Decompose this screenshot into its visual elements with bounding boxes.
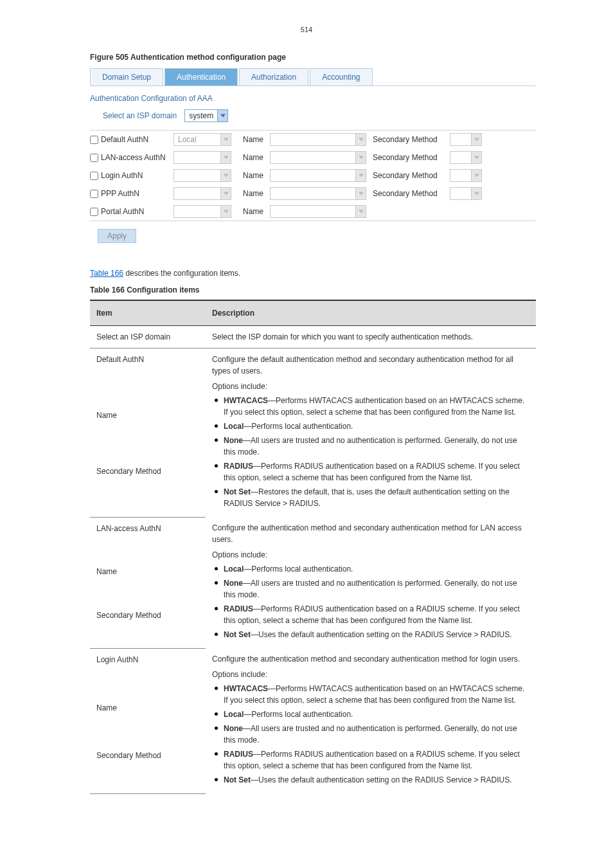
auth-row: Default AuthNLocalNameSecondary Method	[90, 131, 536, 149]
secondary-method-label: Secondary Method	[373, 153, 450, 162]
name-label: Name	[238, 171, 270, 180]
list-item: HWTACACS—Performs HWTACACS authenticatio…	[212, 395, 529, 418]
auth-checkbox-label: Portal AuthN	[101, 207, 144, 216]
table-item-cell: Name	[90, 561, 206, 604]
auth-secondary-select[interactable]	[450, 133, 482, 146]
auth-method-value: Local	[174, 135, 200, 144]
list-item: RADIUS—Performs RADIUS authentication ba…	[212, 603, 529, 626]
table-caption: Table 166 Configuration items	[90, 285, 523, 294]
name-label: Name	[238, 207, 270, 216]
auth-method-select[interactable]	[173, 151, 231, 164]
config-items-table: Item Description Select an ISP domainSel…	[90, 300, 536, 794]
auth-row: Login AuthNNameSecondary Method	[90, 167, 536, 185]
auth-method-select[interactable]	[173, 187, 231, 200]
auth-name-select[interactable]	[270, 169, 366, 182]
chevron-down-icon	[220, 206, 231, 217]
auth-row: Portal AuthNName	[90, 203, 536, 221]
list-item: HWTACACS—Performs HWTACACS authenticatio…	[212, 683, 529, 706]
auth-checkbox-label: Default AuthN	[101, 135, 148, 144]
auth-method-select[interactable]	[173, 169, 231, 182]
section-title: Authentication Configuration of AAA	[90, 94, 536, 103]
tabs-bar: Domain Setup Authentication Authorizatio…	[90, 68, 536, 86]
chevron-down-icon	[220, 134, 231, 145]
chevron-down-icon	[471, 134, 481, 145]
isp-domain-label: Select an ISP domain	[103, 111, 177, 120]
table-reference-link[interactable]: Table 166	[90, 269, 123, 278]
table-header-description: Description	[206, 300, 536, 326]
table-item-cell: Name	[90, 404, 206, 460]
table-item-cell: Secondary Method	[90, 745, 206, 793]
chevron-down-icon	[355, 152, 366, 163]
page-number: 514	[0, 0, 613, 46]
chevron-down-icon	[220, 152, 231, 163]
table-desc-cell: Configure the authentication method and …	[206, 648, 536, 793]
list-item: None—All users are trusted and no authen…	[212, 723, 529, 746]
auth-checkbox[interactable]	[90, 208, 98, 216]
auth-checkbox[interactable]	[90, 154, 98, 162]
list-item: Not Set—Restores the default, that is, u…	[212, 486, 529, 509]
table-item-cell: Default AuthN	[90, 348, 206, 405]
auth-row: LAN-access AuthNNameSecondary Method	[90, 149, 536, 167]
auth-config-table: Default AuthNLocalNameSecondary MethodLA…	[90, 130, 536, 221]
auth-secondary-select[interactable]	[450, 169, 482, 182]
isp-domain-select[interactable]: system	[184, 109, 228, 122]
secondary-method-label: Secondary Method	[373, 189, 450, 198]
auth-row: PPP AuthNNameSecondary Method	[90, 185, 536, 203]
table-desc-cell: Configure the default authentication met…	[206, 348, 536, 518]
table-desc-cell: Configure the authentication method and …	[206, 517, 536, 648]
secondary-method-label: Secondary Method	[373, 135, 450, 144]
auth-name-select[interactable]	[270, 133, 366, 146]
auth-checkbox-label: LAN-access AuthN	[101, 153, 166, 162]
tab-accounting[interactable]: Accounting	[310, 68, 372, 86]
table-item-cell: Login AuthN	[90, 648, 206, 697]
auth-secondary-select[interactable]	[450, 187, 482, 200]
auth-checkbox[interactable]	[90, 190, 98, 198]
list-item: RADIUS—Performs RADIUS authentication ba…	[212, 748, 529, 772]
chevron-down-icon	[355, 188, 366, 199]
list-item: Local—Performs local authentication.	[212, 709, 529, 720]
table-item-cell: LAN-access AuthN	[90, 517, 206, 561]
tab-domain-setup[interactable]: Domain Setup	[90, 68, 163, 86]
list-item: Local—Performs local authentication.	[212, 420, 529, 432]
chevron-down-icon	[220, 170, 231, 181]
auth-checkbox[interactable]	[90, 172, 98, 180]
chevron-down-icon	[471, 152, 481, 163]
auth-name-select[interactable]	[270, 187, 366, 200]
name-label: Name	[238, 153, 270, 162]
figure-caption: Figure 505 Authentication method configu…	[90, 53, 536, 62]
chevron-down-icon	[217, 110, 227, 122]
auth-name-select[interactable]	[270, 205, 366, 218]
name-label: Name	[238, 135, 270, 144]
chevron-down-icon	[355, 134, 366, 145]
auth-checkbox[interactable]	[90, 136, 98, 144]
tab-authentication[interactable]: Authentication	[164, 68, 238, 86]
list-item: None—All users are trusted and no authen…	[212, 435, 529, 458]
table-header-item: Item	[90, 300, 206, 326]
isp-domain-value: system	[185, 111, 217, 120]
table-item-cell: Secondary Method	[90, 604, 206, 648]
tab-authorization[interactable]: Authorization	[239, 68, 308, 86]
auth-checkbox-label: Login AuthN	[101, 171, 143, 180]
list-item: Not Set—Uses the default authentication …	[212, 629, 529, 640]
auth-method-select[interactable]	[173, 205, 231, 218]
chevron-down-icon	[355, 206, 366, 217]
apply-button[interactable]: Apply	[98, 229, 136, 243]
auth-secondary-select[interactable]	[450, 151, 482, 164]
list-item: RADIUS—Performs RADIUS authentication ba…	[212, 460, 529, 484]
table-desc-cell: Select the ISP domain for which you want…	[206, 326, 536, 348]
list-item: Local—Performs local authentication.	[212, 563, 529, 575]
auth-method-select[interactable]: Local	[173, 133, 231, 146]
list-item: None—All users are trusted and no authen…	[212, 577, 529, 601]
auth-checkbox-label: PPP AuthN	[101, 189, 139, 198]
chevron-down-icon	[471, 170, 481, 181]
desc-line-text: describes the configuration items.	[123, 269, 240, 278]
chevron-down-icon	[471, 188, 481, 199]
table-item-cell: Select an ISP domain	[90, 326, 206, 348]
secondary-method-label: Secondary Method	[373, 171, 450, 180]
name-label: Name	[238, 189, 270, 198]
table-item-cell: Name	[90, 697, 206, 745]
auth-name-select[interactable]	[270, 151, 366, 164]
list-item: Not Set—Uses the default authentication …	[212, 774, 529, 786]
chevron-down-icon	[355, 170, 366, 181]
chevron-down-icon	[220, 188, 231, 199]
